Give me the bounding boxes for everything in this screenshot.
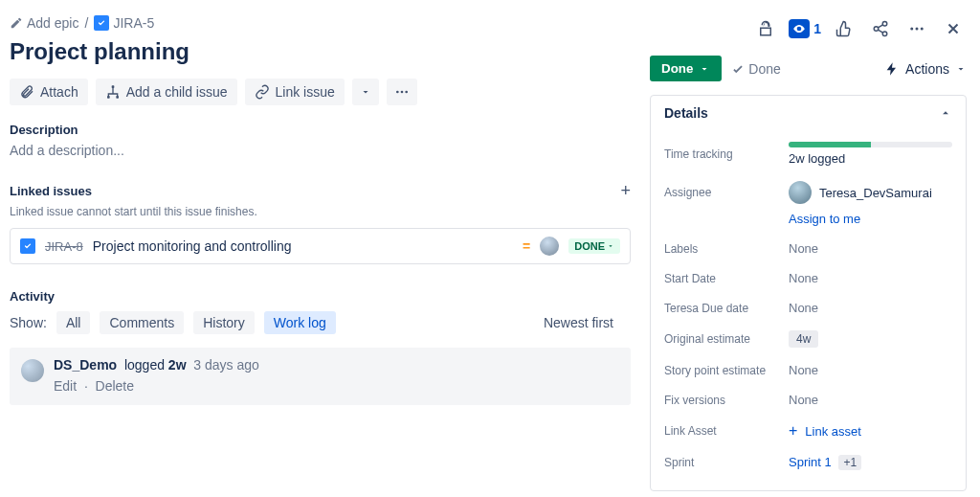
worklog-edit[interactable]: Edit: [54, 378, 77, 394]
time-tracking-text: 2w logged: [789, 151, 952, 166]
svg-point-9: [910, 28, 913, 31]
chevron-down-icon: [360, 86, 371, 98]
field-sprint[interactable]: Sprint Sprint 1 +1: [664, 447, 952, 477]
add-child-label: Add a child issue: [126, 84, 228, 100]
field-labels[interactable]: Labels None: [664, 234, 952, 263]
watch-button[interactable]: 1: [789, 19, 821, 38]
close-icon[interactable]: [940, 15, 967, 42]
sort-label: Newest first: [544, 315, 613, 330]
svg-point-10: [916, 28, 919, 31]
actions-button[interactable]: Actions: [884, 61, 967, 77]
more-icon[interactable]: [903, 15, 930, 42]
field-time-tracking[interactable]: Time tracking 2w logged: [664, 134, 952, 173]
status-button[interactable]: Done: [650, 56, 722, 81]
assign-to-me[interactable]: Assign to me: [789, 212, 952, 226]
activity-sort[interactable]: Newest first: [544, 315, 631, 330]
link-icon: [255, 84, 270, 100]
link-issue-label: Link issue: [276, 84, 335, 100]
issue-key-text: JIRA-5: [113, 15, 154, 31]
add-linked-issue-button[interactable]: +: [620, 181, 631, 201]
attachment-icon: [19, 84, 34, 100]
child-issue-icon: [105, 84, 121, 100]
pencil-icon: [10, 16, 23, 30]
details-header[interactable]: Details: [651, 96, 966, 130]
worklog-time: 3 days ago: [189, 357, 258, 373]
tab-worklog[interactable]: Work log: [264, 311, 336, 334]
bolt-icon: [884, 61, 900, 77]
linked-issue-summary: Project monitoring and controlling: [93, 238, 513, 254]
issue-key-link[interactable]: JIRA-5: [94, 15, 154, 31]
details-panel: Details Time tracking 2w logged: [650, 95, 967, 491]
assignee-avatar-icon: [540, 237, 559, 256]
watch-count: 1: [813, 21, 821, 36]
field-teresa-due[interactable]: Teresa Due date None: [664, 293, 952, 323]
chevron-down-icon: [699, 63, 710, 75]
status-label: Done: [661, 61, 693, 76]
activity-label: Activity: [10, 289, 631, 304]
actions-label: Actions: [905, 61, 949, 77]
svg-point-8: [882, 32, 887, 36]
svg-rect-1: [107, 96, 110, 99]
worklog-entry: DS_Demo logged 2w 3 days ago Edit · Dele…: [10, 348, 631, 405]
priority-icon: =: [523, 238, 530, 254]
more-actions-button[interactable]: [387, 79, 417, 105]
time-tracking-bar: [789, 142, 952, 147]
task-icon: [94, 15, 109, 31]
add-epic-link[interactable]: Add epic: [10, 15, 78, 31]
tab-history[interactable]: History: [193, 311, 255, 334]
breadcrumb-separator: /: [84, 15, 88, 31]
sprint-extra[interactable]: +1: [838, 455, 861, 470]
assignee-name: Teresa_DevSamurai: [819, 186, 932, 200]
issue-title[interactable]: Project planning: [10, 38, 631, 65]
svg-point-3: [396, 91, 399, 94]
linked-issue-key: JIRA-8: [45, 239, 83, 254]
linked-issues-subtext: Linked issue cannot start until this iss…: [10, 205, 631, 218]
worklog-action: logged 2w: [121, 357, 187, 373]
share-icon[interactable]: [867, 15, 894, 42]
issue-toolbar: Attach Add a child issue Link issue: [10, 79, 631, 105]
svg-point-5: [405, 91, 408, 94]
tab-all[interactable]: All: [56, 311, 91, 334]
field-original-estimate[interactable]: Original estimate 4w: [664, 323, 952, 355]
field-assignee[interactable]: Assignee Teresa_DevSamurai: [664, 173, 952, 212]
attach-label: Attach: [40, 84, 78, 100]
avatar: [789, 181, 812, 204]
avatar: [21, 359, 44, 382]
svg-point-7: [874, 27, 879, 32]
lock-icon[interactable]: [752, 15, 779, 42]
svg-rect-2: [116, 96, 119, 99]
attach-button[interactable]: Attach: [10, 79, 88, 105]
description-field[interactable]: Add a description...: [10, 143, 631, 158]
breadcrumb: Add epic / JIRA-5: [10, 15, 154, 31]
field-story-points[interactable]: Story point estimate None: [664, 355, 952, 385]
sort-icon: [617, 316, 631, 329]
add-child-button[interactable]: Add a child issue: [96, 79, 237, 105]
details-title: Details: [664, 105, 708, 121]
add-epic-label: Add epic: [27, 15, 78, 31]
activity-show-label: Show:: [10, 315, 47, 330]
field-fix-versions[interactable]: Fix versions None: [664, 385, 952, 415]
field-link-asset[interactable]: Link Asset + Link asset: [664, 415, 952, 447]
task-icon: [20, 238, 35, 254]
linked-issue-row[interactable]: JIRA-8 Project monitoring and controllin…: [10, 228, 631, 264]
more-icon: [394, 84, 410, 100]
link-issue-button[interactable]: Link issue: [245, 79, 345, 105]
svg-point-6: [882, 22, 887, 27]
link-issue-dropdown[interactable]: [352, 79, 379, 105]
sprint-link[interactable]: Sprint 1: [789, 455, 832, 469]
link-asset-button[interactable]: + Link asset: [789, 422, 952, 440]
worklog-delete[interactable]: Delete: [96, 378, 134, 394]
tab-comments[interactable]: Comments: [100, 311, 184, 334]
status-done-indicator: Done: [731, 61, 780, 77]
svg-rect-0: [111, 85, 114, 88]
svg-point-11: [921, 28, 924, 31]
chevron-down-icon: [955, 63, 967, 75]
eye-icon: [789, 19, 810, 38]
linked-issue-status[interactable]: DONE: [568, 238, 620, 254]
description-label: Description: [10, 123, 631, 137]
svg-point-4: [400, 91, 403, 94]
plus-icon: +: [789, 422, 797, 440]
field-start-date[interactable]: Start Date None: [664, 263, 952, 293]
vote-icon[interactable]: [831, 15, 858, 42]
worklog-author[interactable]: DS_Demo: [54, 357, 117, 373]
